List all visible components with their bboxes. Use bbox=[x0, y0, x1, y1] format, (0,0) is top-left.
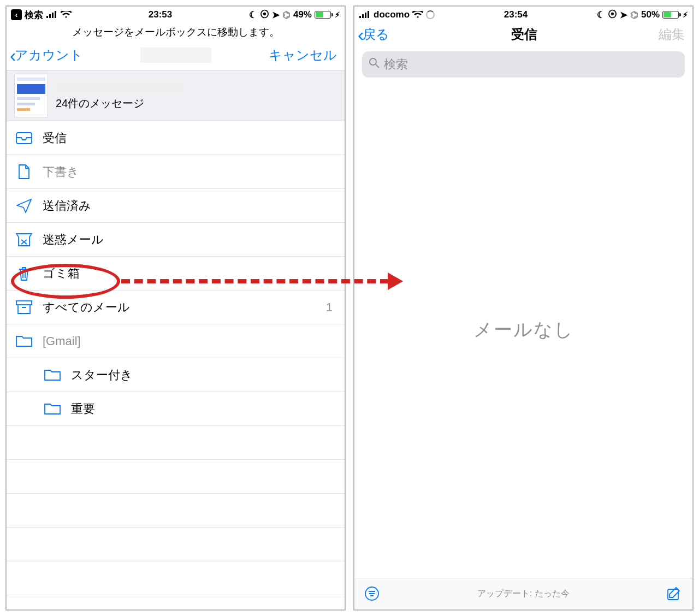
alarm-icon: ⦿ bbox=[260, 9, 269, 20]
nav-title-placeholder bbox=[140, 48, 211, 63]
alarm-icon: ⦿ bbox=[608, 9, 617, 20]
mailbox-label: すべてのメール bbox=[43, 299, 316, 316]
empty-row bbox=[7, 494, 345, 528]
sender-redacted bbox=[56, 81, 187, 94]
battery-icon bbox=[662, 11, 679, 19]
mailbox-label: 受信 bbox=[43, 130, 336, 146]
message-thumbnail bbox=[14, 74, 48, 117]
nav-back[interactable]: ‹ アカウント bbox=[10, 46, 83, 64]
mailbox-label: スター付き bbox=[71, 367, 336, 383]
selection-count: 24件のメッセージ bbox=[56, 96, 187, 111]
status-bar: ‹ 検索 23:53 ☾ ⦿ ➤ ⌬ 49% bbox=[7, 7, 345, 23]
wifi-icon bbox=[61, 11, 72, 19]
search-input[interactable]: 検索 bbox=[362, 51, 685, 78]
bluetooth-icon: ⌬ bbox=[630, 9, 638, 21]
back-to-app-icon[interactable]: ‹ bbox=[11, 9, 22, 20]
folder-icon bbox=[44, 401, 61, 417]
mailbox-label: 重要 bbox=[71, 401, 336, 417]
mailbox-label: 迷惑メール bbox=[43, 232, 336, 248]
mailbox-inbox[interactable]: 受信 bbox=[7, 121, 345, 155]
empty-row bbox=[7, 460, 345, 494]
mailbox-list: 受信 下書き 送信済み bbox=[7, 121, 345, 609]
nav-edit[interactable]: 編集 bbox=[659, 26, 685, 43]
battery-pct: 50% bbox=[641, 9, 660, 20]
folder-icon bbox=[15, 333, 33, 350]
bluetooth-icon: ⌬ bbox=[282, 9, 291, 21]
empty-row bbox=[7, 528, 345, 561]
nav-title: 受信 bbox=[511, 26, 537, 43]
empty-row bbox=[7, 561, 345, 595]
mailbox-trash[interactable]: ゴミ箱 bbox=[7, 257, 345, 291]
status-time: 23:54 bbox=[504, 9, 528, 20]
signal-icon bbox=[359, 11, 371, 19]
mailbox-junk[interactable]: 迷惑メール bbox=[7, 223, 345, 257]
signal-icon bbox=[46, 11, 58, 19]
nav-back-label: アカウント bbox=[15, 46, 83, 64]
mailbox-gmail[interactable]: [Gmail] bbox=[7, 324, 345, 358]
inbox-icon bbox=[15, 130, 33, 146]
back-to-app-label[interactable]: 検索 bbox=[25, 9, 43, 21]
mailbox-label: 送信済み bbox=[43, 198, 336, 214]
battery-icon bbox=[315, 11, 331, 19]
nav-back[interactable]: ‹ 戻る bbox=[358, 25, 389, 44]
trash-icon bbox=[15, 265, 33, 282]
phone-right: docomo 23:54 ☾ ⦿ ➤ ⌬ 50% ⚡︎ bbox=[353, 5, 694, 611]
location-icon: ➤ bbox=[272, 9, 280, 21]
sent-icon bbox=[15, 198, 33, 214]
nav-cancel[interactable]: キャンセル bbox=[269, 46, 337, 64]
status-bar: docomo 23:54 ☾ ⦿ ➤ ⌬ 50% ⚡︎ bbox=[354, 7, 692, 23]
mailbox-label: ゴミ箱 bbox=[43, 265, 336, 282]
empty-row bbox=[7, 426, 345, 460]
mailbox-starred[interactable]: スター付き bbox=[7, 358, 345, 392]
mailbox-important[interactable]: 重要 bbox=[7, 392, 345, 426]
wifi-icon bbox=[412, 11, 423, 19]
drafts-icon bbox=[15, 164, 33, 180]
compose-icon[interactable] bbox=[666, 586, 683, 602]
mailbox-label: 下書き bbox=[43, 164, 336, 180]
battery-pct: 49% bbox=[293, 9, 312, 20]
mailbox-sent[interactable]: 送信済み bbox=[7, 189, 345, 223]
archive-icon bbox=[15, 299, 33, 316]
toolbar-status: アップデート: たった今 bbox=[381, 588, 666, 600]
carrier-label: docomo bbox=[374, 9, 410, 20]
mailbox-allmail[interactable]: すべてのメール 1 bbox=[7, 291, 345, 324]
svg-rect-0 bbox=[16, 133, 32, 144]
search-placeholder: 検索 bbox=[384, 56, 408, 73]
nav-bar: ‹ 戻る 受信 編集 bbox=[354, 23, 692, 49]
status-time: 23:53 bbox=[149, 9, 172, 20]
filter-icon[interactable] bbox=[364, 586, 381, 602]
mailbox-count: 1 bbox=[326, 300, 333, 315]
selection-header: 24件のメッセージ bbox=[7, 70, 345, 121]
nav-bar: ‹ アカウント キャンセル bbox=[7, 44, 345, 70]
location-icon: ➤ bbox=[620, 9, 627, 21]
phone-left: ‹ 検索 23:53 ☾ ⦿ ➤ ⌬ 49% bbox=[5, 5, 346, 611]
mailbox-label: [Gmail] bbox=[43, 334, 336, 348]
folder-icon bbox=[44, 367, 61, 383]
svg-point-2 bbox=[370, 58, 376, 65]
empty-label: メールなし bbox=[473, 317, 574, 342]
charging-icon: ⚡︎ bbox=[335, 10, 340, 19]
mailbox-drafts[interactable]: 下書き bbox=[7, 155, 345, 189]
charging-icon: ⚡︎ bbox=[683, 10, 688, 19]
empty-state: メールなし bbox=[354, 82, 692, 578]
svg-rect-1 bbox=[16, 301, 32, 305]
bottom-toolbar: アップデート: たった今 bbox=[354, 578, 692, 609]
loading-spinner-icon bbox=[426, 10, 435, 19]
junk-icon bbox=[15, 232, 33, 248]
moon-icon: ☾ bbox=[249, 9, 257, 21]
nav-back-label: 戻る bbox=[363, 26, 389, 43]
search-icon bbox=[369, 57, 380, 72]
move-subtitle: メッセージをメールボックスに移動します。 bbox=[7, 23, 345, 44]
moon-icon: ☾ bbox=[597, 9, 605, 21]
